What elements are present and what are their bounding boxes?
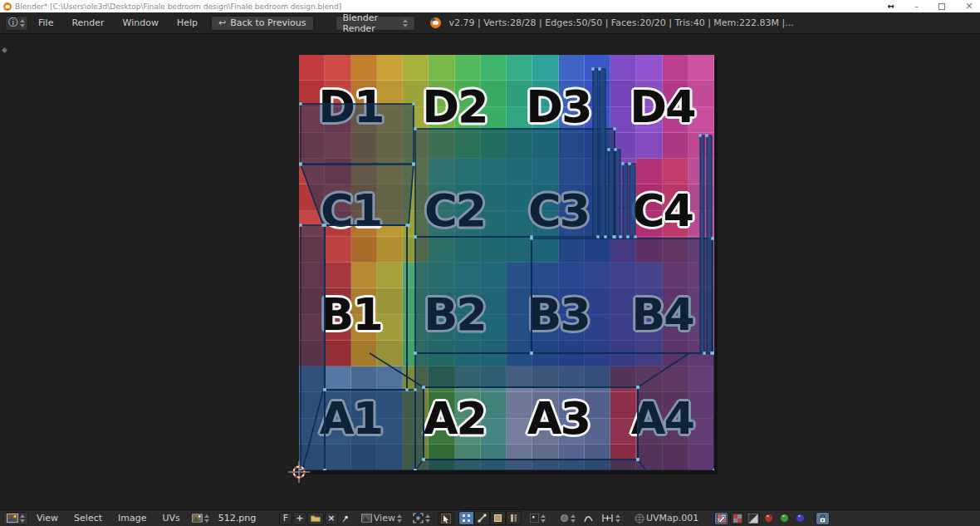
menu-render[interactable]: Render xyxy=(63,13,112,33)
image-name-field[interactable]: 512.png xyxy=(213,513,278,524)
uv-strip-island[interactable] xyxy=(623,164,628,237)
vertex-mode-button[interactable] xyxy=(458,511,474,525)
uv-vertex[interactable] xyxy=(323,469,326,470)
uv-vertex[interactable] xyxy=(299,102,301,105)
uv-vertex[interactable] xyxy=(412,102,414,105)
uv-strip-island[interactable] xyxy=(609,150,614,237)
green-channel-toggle[interactable] xyxy=(777,512,791,525)
uv-vertex[interactable] xyxy=(698,134,701,136)
editor-type-stepper[interactable] xyxy=(20,19,25,27)
uv-vertex[interactable] xyxy=(607,148,610,150)
open-image-button[interactable] xyxy=(307,512,324,525)
unlink-image-button[interactable]: × xyxy=(325,512,338,525)
uv-vertex[interactable] xyxy=(710,351,713,354)
uv-vertex[interactable] xyxy=(626,235,629,238)
uv-vertex[interactable] xyxy=(636,458,639,460)
lock-toggle[interactable] xyxy=(816,512,830,525)
image-browse-stepper[interactable] xyxy=(204,514,209,523)
island-c2-c3[interactable] xyxy=(415,129,615,237)
uv-strip-island[interactable] xyxy=(630,164,635,237)
uv-menu-uvs[interactable]: UVs xyxy=(155,510,188,526)
uv-vertex[interactable] xyxy=(414,235,416,238)
falloff-curve-button[interactable] xyxy=(580,512,597,525)
sticky-select-mode[interactable] xyxy=(527,512,549,525)
uv-vertex[interactable] xyxy=(422,458,424,460)
uv-vertex[interactable] xyxy=(299,224,301,226)
island-b3-b4[interactable] xyxy=(532,238,713,353)
uv-menu-image[interactable]: Image xyxy=(110,510,154,526)
red-channel-toggle[interactable] xyxy=(762,512,776,525)
half-alpha-toggle[interactable] xyxy=(746,512,760,525)
uv-vertex[interactable] xyxy=(591,67,594,70)
pin-button[interactable] xyxy=(339,512,352,525)
uv-vertex[interactable] xyxy=(612,235,615,238)
uv-menu-select[interactable]: Select xyxy=(66,510,110,526)
uv-vertex[interactable] xyxy=(323,388,326,391)
2d-cursor[interactable] xyxy=(288,461,310,483)
face-mode-button[interactable] xyxy=(490,511,506,525)
uv-vertex[interactable] xyxy=(405,224,408,226)
maximize-button[interactable] xyxy=(938,3,945,10)
island-a1[interactable] xyxy=(325,390,415,470)
island-a2-a3[interactable] xyxy=(424,387,638,460)
close-button[interactable]: × xyxy=(965,0,973,12)
uv-vertex[interactable] xyxy=(619,235,621,238)
fake-user-button[interactable]: F xyxy=(279,512,292,525)
texture-paint-toggle[interactable] xyxy=(714,512,728,525)
display-mode-select[interactable]: View xyxy=(358,512,405,525)
uv-vertex[interactable] xyxy=(613,127,615,130)
editor-type-button[interactable]: ⓘ xyxy=(5,16,28,31)
snap-select[interactable] xyxy=(598,512,624,525)
display-mode-stepper[interactable] xyxy=(397,514,402,523)
uv-vertex[interactable] xyxy=(634,235,636,238)
uv-strip-island[interactable] xyxy=(593,69,598,237)
uv-vertex[interactable] xyxy=(705,134,708,136)
image-browse-button[interactable] xyxy=(189,512,213,525)
uv-vertex[interactable] xyxy=(422,386,424,388)
uv-strip-island[interactable] xyxy=(615,150,620,237)
uv-vertex[interactable] xyxy=(596,235,599,238)
area-corner-widget[interactable] xyxy=(2,47,7,53)
uv-vertex[interactable] xyxy=(711,237,713,239)
island-mode-button[interactable] xyxy=(506,511,522,525)
pivot-stepper[interactable] xyxy=(425,514,430,523)
edge-mode-button[interactable] xyxy=(474,511,490,525)
minimize-button[interactable]: – xyxy=(914,0,919,12)
uv-vertex[interactable] xyxy=(530,351,532,354)
editor-type-stepper-uv[interactable] xyxy=(20,514,25,523)
uv-vertex[interactable] xyxy=(414,469,416,470)
island-d1[interactable] xyxy=(301,104,414,164)
editor-type-button-uv[interactable] xyxy=(3,512,28,525)
back-to-previous-button[interactable]: ↩ Back to Previous xyxy=(211,16,313,31)
uv-vertex[interactable] xyxy=(412,163,414,165)
snap-stepper[interactable] xyxy=(615,514,620,523)
island-b2[interactable] xyxy=(415,237,532,353)
render-engine-stepper[interactable] xyxy=(403,19,408,27)
uv-vertex[interactable] xyxy=(414,127,416,130)
pivot-select[interactable] xyxy=(409,512,434,525)
menu-help[interactable]: Help xyxy=(169,13,206,33)
uv-vertex[interactable] xyxy=(530,237,532,239)
uv-vertex[interactable] xyxy=(604,235,606,238)
proportional-stepper[interactable] xyxy=(571,514,576,523)
uv-vertex[interactable] xyxy=(713,469,714,470)
uv-strip-island[interactable] xyxy=(600,69,605,237)
uv-vertex[interactable] xyxy=(621,162,624,165)
uv-sync-toggle[interactable] xyxy=(438,512,454,525)
uv-vertex[interactable] xyxy=(703,351,705,354)
island-c1[interactable] xyxy=(301,165,414,225)
menu-window[interactable]: Window xyxy=(115,13,167,33)
uv-vertex[interactable] xyxy=(614,148,616,150)
island-a-row[interactable] xyxy=(415,353,714,470)
sticky-stepper[interactable] xyxy=(541,514,546,523)
uv-vertex[interactable] xyxy=(414,351,416,354)
uv-strip-island[interactable] xyxy=(700,135,704,353)
uv-strip-island[interactable] xyxy=(707,135,712,353)
uv-vertex[interactable] xyxy=(628,162,630,165)
uv-editor-canvas[interactable]: D1D2D3D4C1C2C3C4B1B2B3B4A1A2A3A4 xyxy=(0,34,980,509)
render-engine-select[interactable]: Blender Render xyxy=(336,16,415,31)
uv-vertex[interactable] xyxy=(405,388,408,391)
uv-vertex[interactable] xyxy=(414,388,416,391)
uvmap-select[interactable]: UVMap.001 xyxy=(631,512,702,525)
uv-vertex[interactable] xyxy=(323,224,326,226)
